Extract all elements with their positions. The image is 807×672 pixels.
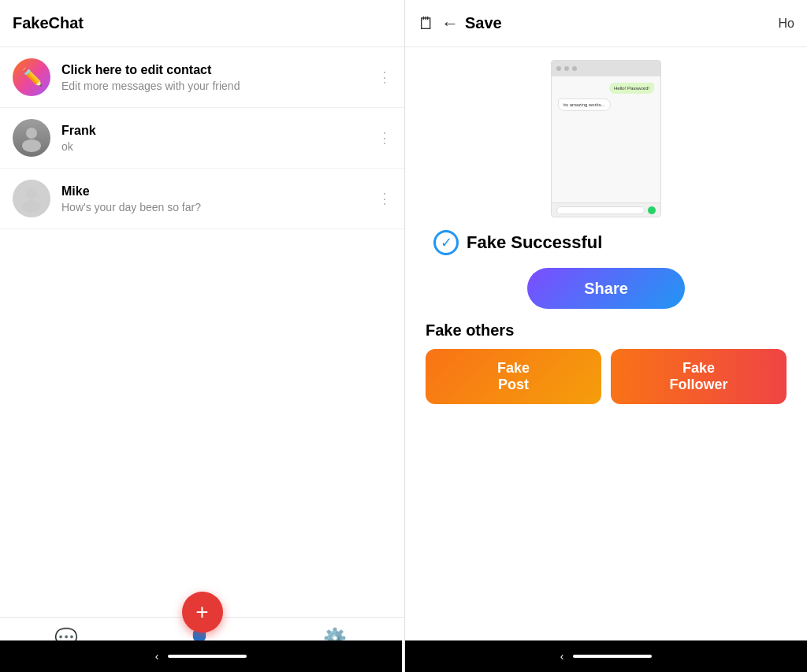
edit-avatar: ✏️ <box>13 58 50 96</box>
preview-bubble-right: Hello! Password! <box>609 83 654 94</box>
fake-successful-row: ✓ Fake Successful <box>433 230 602 255</box>
save-document-icon: 🗒 <box>418 13 435 34</box>
preview-bubble-left: its amazing works... <box>558 98 611 111</box>
fake-others-title: Fake others <box>426 321 787 340</box>
app-title: FakeChat <box>13 14 84 32</box>
fake-follower-button[interactable]: FakeFollower <box>611 349 787 404</box>
frank-silhouette <box>13 119 50 157</box>
frank-name: Frank <box>61 124 377 138</box>
fake-post-button[interactable]: FakePost <box>426 349 601 404</box>
left-header: FakeChat <box>0 0 404 47</box>
share-button[interactable]: Share <box>527 268 685 309</box>
svg-point-3 <box>22 200 41 213</box>
mike-name: Mike <box>61 184 377 199</box>
back-arrow-icon[interactable]: ← <box>441 13 459 34</box>
save-title: Save <box>465 14 502 32</box>
preview-body: Hello! Password! its amazing works... <box>552 76 660 202</box>
right-header: 🗒 ← Save Ho <box>405 0 807 47</box>
right-content: Hello! Password! its amazing works... ✓ … <box>405 47 807 672</box>
right-home-pill <box>573 655 652 658</box>
edit-contact-item[interactable]: ✏️ Click here to edit contact Edit more … <box>0 47 404 108</box>
preview-send-btn <box>648 206 656 214</box>
right-panel: 🗒 ← Save Ho Hello! Password! its amazing… <box>405 0 807 672</box>
edit-contact-msg: Edit more messages with your friend <box>61 80 377 92</box>
edit-icon: ✏️ <box>21 67 43 87</box>
frank-msg: ok <box>61 140 377 153</box>
app-container: FakeChat ✏️ Click here to edit contact E… <box>0 0 807 672</box>
right-system-bar: ‹ <box>405 640 807 672</box>
mike-contact-item[interactable]: Mike How's your day been so far? ⋮ <box>0 169 404 229</box>
edit-contact-name: Click here to edit contact <box>61 63 377 77</box>
edit-contact-info: Click here to edit contact Edit more mes… <box>61 63 377 92</box>
svg-point-2 <box>26 188 37 199</box>
frank-contact-item[interactable]: Frank ok ⋮ <box>0 108 404 169</box>
mike-avatar <box>13 180 50 217</box>
left-panel: FakeChat ✏️ Click here to edit contact E… <box>0 0 405 672</box>
frank-contact-info: Frank ok <box>61 124 377 153</box>
preview-dot-1 <box>556 66 561 71</box>
preview-dot-2 <box>564 66 569 71</box>
fake-buttons-row: FakePost FakeFollower <box>426 349 787 404</box>
contact-list: ✏️ Click here to edit contact Edit more … <box>0 47 404 617</box>
mike-msg: How's your day been so far? <box>61 201 377 213</box>
right-back-chevron[interactable]: ‹ <box>560 650 564 663</box>
preview-input-inner <box>556 206 645 214</box>
frank-avatar <box>13 119 50 157</box>
svg-point-0 <box>26 128 37 139</box>
frank-more-icon[interactable]: ⋮ <box>377 129 392 147</box>
preview-header <box>552 61 660 76</box>
fake-others-section: Fake others FakePost FakeFollower <box>418 321 794 404</box>
preview-inner: Hello! Password! its amazing works... <box>552 61 660 217</box>
fab-plus-icon: + <box>195 600 208 625</box>
preview-dot-3 <box>572 66 577 71</box>
left-home-pill <box>168 655 247 658</box>
left-back-chevron[interactable]: ‹ <box>155 650 159 663</box>
phone-preview: Hello! Password! its amazing works... <box>551 60 661 217</box>
check-circle-icon: ✓ <box>433 230 459 255</box>
preview-input-bar <box>552 202 660 217</box>
mike-contact-info: Mike How's your day been so far? <box>61 184 377 213</box>
edit-more-icon[interactable]: ⋮ <box>377 69 392 86</box>
ho-label: Ho <box>779 17 794 31</box>
fake-successful-text: Fake Successful <box>467 232 602 253</box>
svg-point-1 <box>22 139 41 152</box>
left-system-bar: ‹ <box>0 640 402 672</box>
fab-add-button[interactable]: + <box>182 592 223 633</box>
mike-more-icon[interactable]: ⋮ <box>377 190 392 207</box>
